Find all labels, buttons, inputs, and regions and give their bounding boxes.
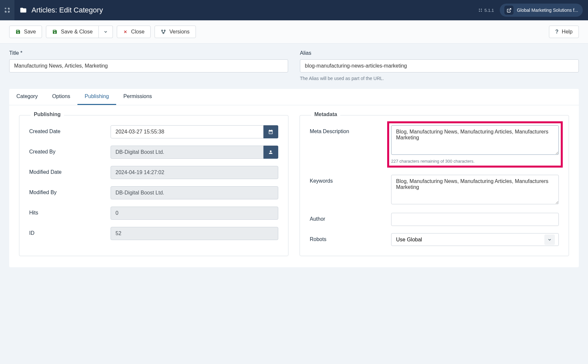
user-picker-button[interactable] <box>263 146 278 159</box>
publishing-fieldset: Publishing Created Date Created By <box>19 115 288 256</box>
form-header: Title * Alias The Alias will be used as … <box>0 44 588 89</box>
modified-by-row: Modified By <box>29 186 278 199</box>
id-input <box>111 227 278 240</box>
tab-category[interactable]: Category <box>9 89 45 105</box>
save-icon <box>15 29 21 34</box>
metadata-fieldset: Metadata Meta Description 227 characters… <box>300 115 569 256</box>
title-label: Title * <box>9 50 288 56</box>
tab-permissions[interactable]: Permissions <box>116 89 159 105</box>
meta-desc-label: Meta Description <box>310 125 391 134</box>
versions-button[interactable]: Versions <box>155 26 196 38</box>
created-by-label: Created By <box>29 146 111 155</box>
svg-point-1 <box>481 9 482 10</box>
metadata-legend: Metadata <box>311 111 340 117</box>
id-row: ID <box>29 227 278 240</box>
tab-options[interactable]: Options <box>45 89 77 105</box>
svg-point-3 <box>481 11 482 12</box>
highlight-box: 227 characters remaining of 300 characte… <box>387 121 563 168</box>
joomla-icon <box>4 7 10 13</box>
tab-publishing[interactable]: Publishing <box>77 89 116 105</box>
folder-icon <box>20 7 27 14</box>
hits-label: Hits <box>29 207 111 216</box>
robots-label: Robots <box>310 233 391 242</box>
svg-point-8 <box>163 32 164 33</box>
branch-icon <box>161 29 166 34</box>
sidebar-toggle[interactable] <box>0 0 14 20</box>
help-button[interactable]: ? Help <box>549 26 579 38</box>
alias-label: Alias <box>300 50 579 56</box>
version-info[interactable]: 5.1.1 <box>478 8 494 13</box>
robots-select[interactable]: Use Global <box>391 233 559 246</box>
modified-by-label: Modified By <box>29 186 111 195</box>
created-date-input[interactable] <box>111 125 263 138</box>
alias-hint: The Alias will be used as part of the UR… <box>300 76 579 81</box>
svg-point-2 <box>479 11 480 12</box>
toolbar: Save Save & Close Close Versions ? Help <box>0 20 588 44</box>
save-close-group: Save & Close <box>46 26 113 38</box>
keywords-row: Keywords <box>310 175 559 206</box>
publishing-legend: Publishing <box>31 111 64 117</box>
page-title-wrap: Articles: Edit Category <box>20 6 103 14</box>
author-input[interactable] <box>391 213 559 226</box>
site-link[interactable]: Global Marketing Solutions f... <box>500 4 583 17</box>
robots-row: Robots Use Global <box>310 233 559 246</box>
svg-point-6 <box>162 30 163 31</box>
robots-select-wrap: Use Global <box>391 233 559 246</box>
author-row: Author <box>310 213 559 226</box>
alias-col: Alias The Alias will be used as part of … <box>300 50 579 81</box>
save-close-button[interactable]: Save & Close <box>46 26 99 38</box>
meta-desc-textarea[interactable] <box>391 125 559 155</box>
created-by-group <box>111 146 278 159</box>
joomla-small-icon <box>478 8 482 12</box>
modified-date-row: Modified Date <box>29 166 278 179</box>
hits-row: Hits <box>29 207 278 220</box>
created-date-label: Created Date <box>29 125 111 134</box>
meta-desc-row: Meta Description 227 characters remainin… <box>310 125 559 168</box>
modified-by-input <box>111 186 278 199</box>
tabs: Category Options Publishing Permissions <box>9 89 579 105</box>
meta-desc-hint: 227 characters remaining of 300 characte… <box>391 159 559 164</box>
topbar: Articles: Edit Category 5.1.1 Global Mar… <box>0 0 588 20</box>
chevron-down-icon <box>103 30 108 34</box>
author-label: Author <box>310 213 391 222</box>
alias-input[interactable] <box>300 59 579 72</box>
created-date-group <box>111 125 278 138</box>
topbar-right: 5.1.1 Global Marketing Solutions f... <box>478 4 583 17</box>
modified-date-label: Modified Date <box>29 166 111 175</box>
created-date-row: Created Date <box>29 125 278 138</box>
user-icon <box>268 150 273 155</box>
keywords-textarea[interactable] <box>391 175 559 204</box>
save-dropdown-button[interactable] <box>99 26 113 38</box>
save-icon <box>52 29 57 34</box>
close-button[interactable]: Close <box>117 26 151 38</box>
svg-point-0 <box>479 9 480 10</box>
created-by-row: Created By <box>29 146 278 159</box>
created-by-input <box>111 146 263 159</box>
title-col: Title * <box>9 50 288 81</box>
hits-input <box>111 207 278 220</box>
keywords-label: Keywords <box>310 175 391 184</box>
topbar-left: Articles: Edit Category <box>5 0 103 20</box>
help-icon: ? <box>555 29 558 35</box>
modified-date-input <box>111 166 278 179</box>
id-label: ID <box>29 227 111 236</box>
title-input[interactable] <box>9 59 288 72</box>
close-icon <box>123 30 128 34</box>
external-link-icon <box>504 6 514 15</box>
svg-point-7 <box>164 30 165 31</box>
page-title: Articles: Edit Category <box>32 6 103 14</box>
tab-content: Publishing Created Date Created By <box>9 105 579 267</box>
save-button[interactable]: Save <box>9 26 42 38</box>
calendar-button[interactable] <box>263 125 278 138</box>
tabs-container: Category Options Publishing Permissions … <box>9 89 579 267</box>
calendar-icon <box>268 129 273 134</box>
